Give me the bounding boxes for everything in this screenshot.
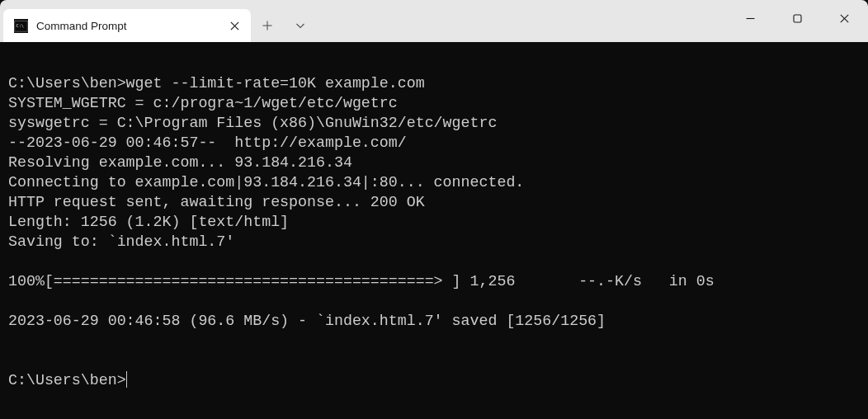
window: C:\ Command Prompt	[0, 0, 868, 419]
chevron-down-icon	[295, 21, 305, 31]
maximize-button[interactable]	[774, 0, 821, 36]
svg-rect-8	[794, 15, 801, 22]
new-tab-button[interactable]	[251, 9, 284, 42]
minimize-icon	[746, 14, 755, 23]
tab-command-prompt[interactable]: C:\ Command Prompt	[3, 9, 251, 42]
tab-actions	[251, 0, 317, 42]
minimize-button[interactable]	[727, 0, 774, 36]
maximize-icon	[793, 14, 802, 23]
cmd-icon: C:\	[13, 18, 28, 33]
tab-dropdown-button[interactable]	[284, 9, 317, 42]
prompt: C:\Users\ben>	[8, 372, 126, 388]
svg-text:C:\: C:\	[16, 22, 24, 27]
terminal-area[interactable]: C:\Users\ben>wget --limit-rate=10K examp…	[0, 42, 868, 419]
close-icon	[230, 21, 239, 31]
close-icon	[840, 14, 849, 23]
titlebar: C:\ Command Prompt	[0, 0, 868, 42]
plus-icon	[262, 21, 272, 31]
window-controls	[727, 0, 868, 36]
tab-strip: C:\ Command Prompt	[0, 0, 251, 42]
close-window-button[interactable]	[821, 0, 868, 36]
tab-title: Command Prompt	[36, 20, 218, 32]
tab-close-button[interactable]	[226, 17, 243, 34]
text-cursor	[126, 371, 127, 388]
